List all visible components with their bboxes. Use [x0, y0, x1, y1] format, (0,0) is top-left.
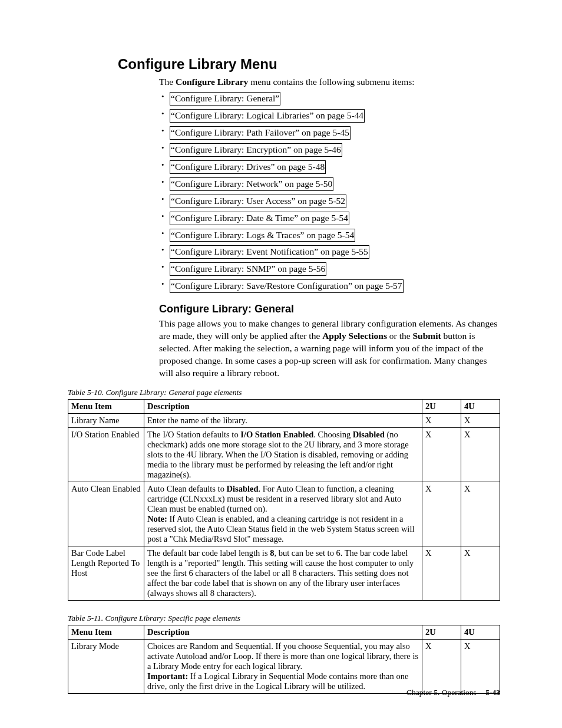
table-header-row: Menu Item Description 2U 4U — [68, 399, 500, 413]
col-header-4u: 4U — [461, 625, 500, 639]
link-configure-network[interactable]: “Configure Library: Network” on page 5-5… — [170, 177, 333, 191]
intro-text-pre: The — [159, 77, 176, 87]
intro-paragraph: The Configure Library menu contains the … — [159, 76, 500, 88]
cell-4u: X — [461, 413, 500, 427]
table-caption: Table 5-11. Configure Library: Specific … — [68, 614, 500, 623]
text: or the — [387, 331, 412, 341]
list-item: “Configure Library: Logs & Traces” on pa… — [170, 227, 500, 244]
cell-2u: X — [422, 482, 461, 546]
link-configure-logs-traces[interactable]: “Configure Library: Logs & Traces” on pa… — [170, 229, 355, 242]
list-item: “Configure Library: Network” on page 5-5… — [170, 176, 500, 193]
intro-bold: Configure Library — [176, 77, 248, 87]
cell-menu-item: I/O Station Enabled — [68, 427, 144, 482]
list-item: “Configure Library: Path Failover” on pa… — [170, 124, 500, 141]
table-row: Bar Code Label Length Reported To Host T… — [68, 546, 500, 600]
cell-2u: X — [422, 427, 461, 482]
list-item: “Configure Library: Date & Time” on page… — [170, 210, 500, 227]
cell-4u: X — [461, 427, 500, 482]
text: . Choosing — [313, 430, 352, 439]
cell-description: Auto Clean defaults to Disabled. For Aut… — [144, 482, 422, 546]
cell-4u: X — [461, 639, 500, 693]
list-item: “Configure Library: Event Notification” … — [170, 243, 500, 261]
table-row: Library Name Enter the name of the libra… — [68, 413, 500, 427]
bold-text: Disabled — [227, 484, 259, 493]
link-configure-snmp[interactable]: “Configure Library: SNMP” on page 5-56 — [170, 262, 326, 276]
col-header-menu-item: Menu Item — [68, 625, 144, 639]
subsection-heading: Configure Library: General — [159, 303, 500, 315]
table-specific-elements: Menu Item Description 2U 4U Library Mode… — [68, 625, 500, 694]
text: Auto Clean defaults to — [147, 484, 227, 493]
cell-menu-item: Auto Clean Enabled — [68, 482, 144, 546]
cell-2u: X — [422, 639, 461, 693]
link-configure-date-time[interactable]: “Configure Library: Date & Time” on page… — [170, 212, 349, 225]
table-caption: Table 5-10. Configure Library: General p… — [68, 388, 500, 397]
bold-text: Apply Selections — [322, 331, 387, 341]
text: If Auto Clean is enabled, and a cleaning… — [147, 514, 414, 543]
bold-text: I/O Station Enabled — [240, 430, 313, 439]
cell-description: The I/O Station defaults to I/O Station … — [144, 427, 422, 482]
col-header-description: Description — [144, 399, 422, 413]
footer-page-number: 5-43 — [485, 688, 500, 697]
list-item: “Configure Library: Logical Libraries” o… — [170, 107, 500, 124]
col-header-4u: 4U — [461, 399, 500, 413]
list-item: “Configure Library: SNMP” on page 5-56 — [170, 261, 500, 278]
table-row: I/O Station Enabled The I/O Station defa… — [68, 427, 500, 482]
footer-chapter: Chapter 5. Operations — [406, 688, 477, 697]
cell-description: The default bar code label length is 8, … — [144, 546, 422, 600]
cell-menu-item: Library Name — [68, 413, 144, 427]
text: The I/O Station defaults to — [147, 430, 240, 439]
bold-text: Submit — [412, 331, 441, 341]
link-configure-save-restore[interactable]: “Configure Library: Save/Restore Configu… — [170, 279, 404, 293]
cell-4u: X — [461, 482, 500, 546]
cell-2u: X — [422, 546, 461, 600]
bold-text: Note: — [147, 514, 167, 523]
link-configure-event-notification[interactable]: “Configure Library: Event Notification” … — [170, 245, 369, 259]
subsection-paragraph: This page allows you to make changes to … — [159, 318, 500, 380]
link-configure-drives[interactable]: “Configure Library: Drives” on page 5-48 — [170, 160, 326, 174]
section-heading: Configure Library Menu — [118, 56, 500, 73]
intro-text-post: menu contains the following submenu item… — [248, 77, 414, 87]
cell-menu-item: Bar Code Label Length Reported To Host — [68, 546, 144, 600]
bold-text: Important: — [147, 671, 188, 681]
list-item: “Configure Library: Save/Restore Configu… — [170, 278, 500, 295]
list-item: “Configure Library: Drives” on page 5-48 — [170, 159, 500, 176]
col-header-description: Description — [144, 625, 422, 639]
list-item: “Configure Library: User Access” on page… — [170, 193, 500, 210]
list-item: “Configure Library: Encryption” on page … — [170, 141, 500, 159]
text: Choices are Random and Sequential. If yo… — [147, 641, 418, 671]
link-configure-user-access[interactable]: “Configure Library: User Access” on page… — [170, 195, 346, 208]
link-configure-encryption[interactable]: “Configure Library: Encryption” on page … — [170, 143, 342, 157]
cell-2u: X — [422, 413, 461, 427]
text: The default bar code label length is — [147, 548, 270, 558]
table-row: Library Mode Choices are Random and Sequ… — [68, 639, 500, 693]
table-header-row: Menu Item Description 2U 4U — [68, 625, 500, 639]
col-header-menu-item: Menu Item — [68, 399, 144, 413]
cell-description: Choices are Random and Sequential. If yo… — [144, 639, 422, 693]
cell-4u: X — [461, 546, 500, 600]
cell-description: Enter the name of the library. — [144, 413, 422, 427]
list-item: “Configure Library: General” — [170, 90, 500, 107]
submenu-list: “Configure Library: General” “Configure … — [159, 90, 500, 295]
table-general-elements: Menu Item Description 2U 4U Library Name… — [68, 399, 500, 601]
col-header-2u: 2U — [422, 625, 461, 639]
cell-menu-item: Library Mode — [68, 639, 144, 693]
col-header-2u: 2U — [422, 399, 461, 413]
link-configure-general[interactable]: “Configure Library: General” — [170, 92, 280, 106]
page-footer: Chapter 5. Operations 5-43 — [406, 688, 500, 697]
bold-text: Disabled — [353, 430, 385, 439]
table-row: Auto Clean Enabled Auto Clean defaults t… — [68, 482, 500, 546]
link-configure-logical-libraries[interactable]: “Configure Library: Logical Libraries” o… — [170, 109, 365, 123]
link-configure-path-failover[interactable]: “Configure Library: Path Failover” on pa… — [170, 126, 351, 140]
